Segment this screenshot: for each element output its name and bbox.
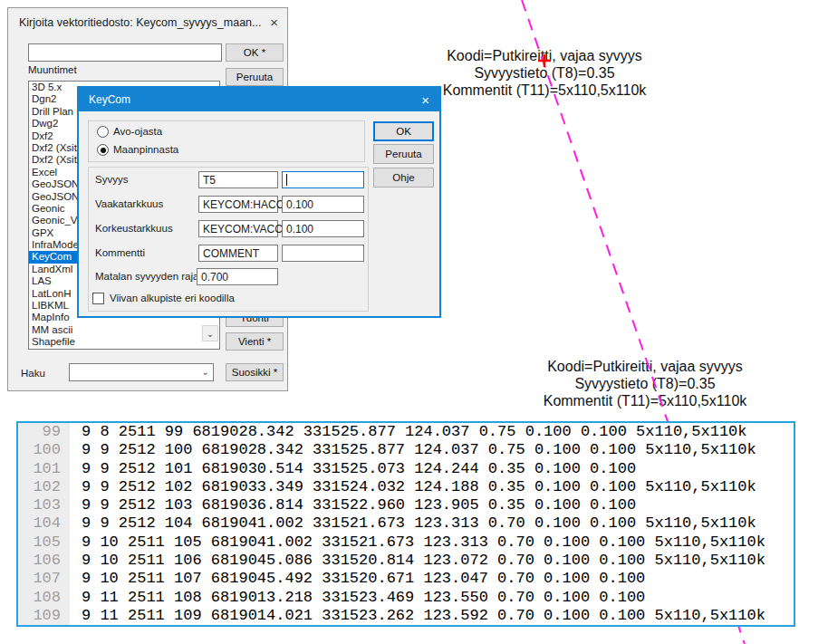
table-row: 1099 11 2511 109 6819014.021 331523.262 …	[18, 607, 794, 625]
matalan-raja-input[interactable]: 0.700	[197, 268, 278, 285]
row-text: 9 9 2512 104 6819041.002 331521.673 123.…	[70, 514, 756, 533]
row-text: 9 11 2511 108 6819013.218 331523.469 123…	[70, 589, 645, 607]
text-cursor	[286, 174, 287, 186]
annotation-line: Syvyystieto (T8)=0.35	[390, 64, 699, 82]
muuntimet-label: Muuntimet	[28, 64, 77, 75]
haku-label: Haku	[21, 368, 45, 379]
haku-combobox[interactable]: ⌄	[69, 363, 214, 381]
line-number: 108	[18, 589, 70, 607]
list-item[interactable]: Shapefile	[29, 336, 219, 348]
table-row: 1059 10 2511 105 6819041.002 331521.673 …	[18, 533, 794, 552]
data-viewer-rows: 999 8 2511 99 6819028.342 331525.877 124…	[18, 423, 794, 625]
alkupiste-checkbox[interactable]	[92, 293, 104, 304]
radio-maanpinnasta[interactable]	[97, 144, 109, 156]
kommentti-tag-input[interactable]: COMMENT	[198, 245, 278, 262]
line-number: 103	[18, 496, 70, 514]
vaakatarkkuus-tag-input[interactable]: KEYCOM:HACC	[198, 196, 278, 213]
kommentti-label: Kommentti	[95, 247, 145, 258]
kommentti-value-input[interactable]	[282, 245, 364, 262]
table-row: 1079 10 2511 107 6819045.492 331520.671 …	[18, 570, 794, 588]
table-row: 1029 9 2512 102 6819033.349 331524.032 1…	[18, 478, 794, 496]
line-number: 100	[18, 441, 70, 459]
keycom-peruuta-button[interactable]: Peruuta	[373, 144, 434, 164]
annotation-line: Kommentit (T11)=5x110,5x110k	[498, 392, 792, 409]
ok-button[interactable]: OK *	[226, 43, 284, 62]
row-text: 9 10 2511 106 6819045.086 331520.814 123…	[70, 552, 765, 570]
line-number: 101	[18, 460, 70, 478]
vienti-button[interactable]: Vienti *	[226, 332, 284, 351]
close-icon[interactable]: ×	[421, 92, 429, 108]
keycom-title: KeyCom	[89, 93, 130, 106]
korkeustarkkuus-label: Korkeustarkkuus	[95, 223, 173, 234]
list-item[interactable]: MM ascii	[29, 324, 219, 336]
table-row: 999 8 2511 99 6819028.342 331525.877 124…	[18, 423, 794, 441]
row-text: 9 9 2512 103 6819036.814 331522.960 123.…	[70, 496, 636, 514]
close-icon[interactable]: ×	[270, 14, 278, 30]
application-window: Koodi=Putkireitti, vajaa syvyys Syvyysti…	[0, 0, 828, 644]
keycom-ohje-button[interactable]: Ohje	[373, 168, 434, 187]
chevron-down-icon[interactable]: ⌄	[202, 367, 209, 377]
filename-input[interactable]	[28, 43, 222, 62]
vaakatarkkuus-value-input[interactable]: 0.100	[282, 196, 364, 213]
table-row: 1009 9 2512 100 6819028.342 331525.877 1…	[18, 441, 794, 459]
line-number: 106	[18, 552, 70, 570]
peruuta-button[interactable]: Peruuta	[226, 68, 284, 86]
fields-group	[88, 167, 369, 312]
table-row: 1069 10 2511 106 6819045.086 331520.814 …	[18, 552, 794, 570]
table-row: 1039 9 2512 103 6819036.814 331522.960 1…	[18, 496, 794, 514]
keycom-dialog: KeyCom × Avo-ojasta Maanpinnasta OK Peru…	[77, 86, 441, 318]
line-number: 107	[18, 570, 70, 588]
annotation-line: Koodi=Putkireitti, vajaa syvyys	[390, 47, 699, 64]
line-number: 104	[18, 514, 70, 533]
radio-maanpinnasta-label: Maanpinnasta	[113, 144, 178, 155]
matalan-raja-label: Matalan syvyyden raja	[95, 271, 198, 282]
row-text: 9 11 2511 109 6819014.021 331523.262 123…	[70, 607, 765, 625]
row-text: 9 9 2512 100 6819028.342 331525.877 124.…	[70, 441, 756, 459]
row-text: 9 9 2512 101 6819030.514 331525.073 124.…	[70, 460, 636, 478]
korkeustarkkuus-tag-input[interactable]: KEYCOM:VACC	[198, 220, 278, 237]
alkupiste-checkbox-label: Viivan alkupiste eri koodilla	[110, 293, 235, 303]
annotation-line: Syvyystieto (T8)=0.35	[498, 375, 792, 392]
line-number: 99	[18, 423, 70, 441]
korkeustarkkuus-value-input[interactable]: 0.100	[282, 220, 364, 237]
suosikki-button[interactable]: Suosikki *	[226, 363, 284, 381]
keycom-ok-button[interactable]: OK	[373, 121, 434, 141]
data-viewer[interactable]: 999 8 2511 99 6819028.342 331525.877 124…	[16, 421, 795, 627]
table-row: 1049 9 2512 104 6819041.002 331521.673 1…	[18, 514, 794, 533]
syvyys-label: Syvyys	[95, 174, 128, 185]
syvyys-tag-input[interactable]: T5	[198, 171, 278, 188]
map-annotation: Koodi=Putkireitti, vajaa syvyys Syvyysti…	[498, 358, 792, 409]
vaakatarkkuus-label: Vaakatarkkuus	[95, 198, 163, 209]
table-row: 1089 11 2511 108 6819013.218 331523.469 …	[18, 589, 794, 607]
radio-avo-ojasta[interactable]	[97, 126, 109, 138]
annotation-line: Koodi=Putkireitti, vajaa syvyys	[498, 358, 792, 375]
line-number: 105	[18, 533, 70, 552]
row-text: 9 10 2511 105 6819041.002 331521.673 123…	[70, 533, 765, 552]
row-text: 9 9 2512 102 6819033.349 331524.032 124.…	[70, 478, 756, 496]
row-text: 9 10 2511 107 6819045.492 331520.671 123…	[70, 570, 645, 588]
syvyys-value-input[interactable]	[282, 171, 364, 188]
chevron-down-icon[interactable]: ⌄	[202, 325, 218, 341]
table-row: 1019 9 2512 101 6819030.514 331525.073 1…	[18, 460, 794, 478]
keycom-titlebar[interactable]: KeyCom ×	[79, 88, 439, 111]
line-number: 109	[18, 607, 70, 625]
row-text: 9 8 2511 99 6819028.342 331525.877 124.0…	[70, 423, 747, 441]
radio-avo-ojasta-label: Avo-ojasta	[113, 126, 162, 137]
line-number: 102	[18, 478, 70, 496]
export-dialog-title: Kirjoita vektoritiedosto: Keycom_syvyys_…	[19, 16, 261, 29]
